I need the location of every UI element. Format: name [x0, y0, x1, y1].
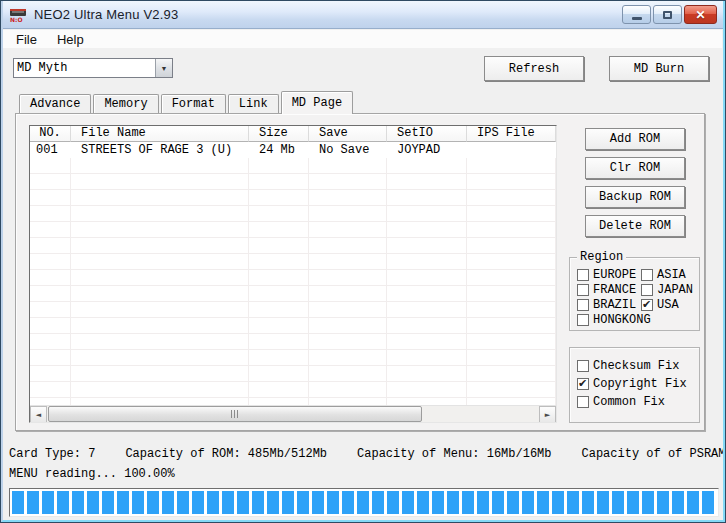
table-empty-row [30, 350, 556, 366]
table-empty-row [30, 190, 556, 206]
md-burn-button[interactable]: MD Burn [609, 56, 709, 81]
cell-no [30, 174, 71, 190]
checkbox-checksum-fix[interactable]: Checksum Fix [577, 359, 699, 372]
cell-save [309, 238, 387, 254]
cell-setio [387, 366, 467, 382]
scroll-left-arrow[interactable]: ◄ [30, 406, 47, 423]
cell-size: 24 Mb [249, 142, 309, 158]
minimize-button[interactable] [622, 5, 651, 24]
checkbox-usa[interactable]: USA [641, 298, 699, 311]
cell-file-name [71, 238, 249, 254]
tab-link[interactable]: Link [228, 94, 279, 113]
checkbox-japan[interactable]: JAPAN [641, 283, 699, 296]
close-button[interactable]: ✕ [684, 5, 717, 24]
checkbox-label-checksum-fix: Checksum Fix [593, 359, 679, 373]
tab-format[interactable]: Format [161, 94, 226, 113]
tab-advance[interactable]: Advance [19, 94, 91, 113]
add-rom-button[interactable]: Add ROM [585, 128, 685, 150]
column-header-file-name[interactable]: File Name [71, 126, 249, 142]
checkbox-box-france[interactable] [577, 284, 589, 296]
cell-save [309, 254, 387, 270]
scroll-right-arrow[interactable]: ► [539, 406, 556, 423]
checkbox-asia[interactable]: ASIA [641, 268, 699, 281]
column-header-save[interactable]: Save [309, 126, 387, 142]
checkbox-common-fix[interactable]: Common Fix [577, 395, 699, 408]
cell-no [30, 334, 71, 350]
table-empty-row [30, 270, 556, 286]
tab-memory[interactable]: Memory [93, 94, 158, 113]
cell-save [309, 334, 387, 350]
cell-setio [387, 382, 467, 398]
close-icon: ✕ [695, 9, 705, 21]
cell-size [249, 190, 309, 206]
table-empty-row [30, 174, 556, 190]
cell-ips-file [467, 382, 556, 398]
cell-save [309, 270, 387, 286]
menu-capacity-text: Capacity of Menu: 16Mb/16Mb [357, 447, 551, 461]
maximize-button[interactable] [653, 5, 682, 24]
cell-size [249, 158, 309, 174]
checkbox-brazil[interactable]: BRAZIL [577, 298, 641, 311]
checkbox-hongkong[interactable]: HONGKONG [577, 313, 641, 326]
menu-item-help[interactable]: Help [49, 31, 92, 48]
cell-ips-file [467, 254, 556, 270]
column-header-ips-file[interactable]: IPS File [467, 126, 556, 142]
checkbox-box-europe[interactable] [577, 269, 589, 281]
scrollbar-thumb[interactable] [48, 406, 422, 422]
rom-list[interactable]: NO.File NameSizeSaveSetIOIPS File 001STR… [29, 125, 557, 423]
checkbox-label-europe: EUROPE [593, 268, 636, 282]
tab-md-page[interactable]: MD Page [281, 91, 353, 114]
cell-file-name [71, 302, 249, 318]
rom-capacity-text: Capacity of ROM: 485Mb/512Mb [125, 447, 327, 461]
checkbox-box-brazil[interactable] [577, 299, 589, 311]
table-row[interactable]: 001STREETS OF RAGE 3 (U)24 MbNo SaveJOYP… [30, 142, 556, 158]
clr-rom-button[interactable]: Clr ROM [585, 157, 685, 179]
scrollbar-track[interactable] [47, 406, 539, 422]
checkbox-label-brazil: BRAZIL [593, 298, 636, 312]
checkbox-box-common-fix[interactable] [577, 396, 589, 408]
checkbox-copyright-fix[interactable]: Copyright Fix [577, 377, 699, 390]
cell-file-name [71, 222, 249, 238]
card-type-text: Card Type: 7 [9, 447, 95, 461]
checkbox-france[interactable]: FRANCE [577, 283, 641, 296]
device-select[interactable]: MD Myth ▼ [13, 58, 173, 78]
checkbox-box-asia[interactable] [641, 269, 653, 281]
chevron-down-icon[interactable]: ▼ [155, 59, 172, 77]
checkbox-box-copyright-fix[interactable] [577, 378, 589, 390]
checkbox-box-japan[interactable] [641, 284, 653, 296]
column-header-setio[interactable]: SetIO [387, 126, 467, 142]
region-groupbox-title: Region [577, 250, 626, 264]
cell-no [30, 270, 71, 286]
cell-ips-file [467, 270, 556, 286]
cell-size [249, 254, 309, 270]
checkbox-box-checksum-fix[interactable] [577, 360, 589, 372]
checkbox-box-usa[interactable] [641, 299, 653, 311]
delete-rom-button[interactable]: Delete ROM [585, 215, 685, 237]
cell-no [30, 222, 71, 238]
cell-save [309, 286, 387, 302]
cell-file-name [71, 334, 249, 350]
checkbox-europe[interactable]: EUROPE [577, 268, 641, 281]
table-empty-row [30, 238, 556, 254]
checkbox-box-hongkong[interactable] [577, 314, 589, 326]
column-header-size[interactable]: Size [249, 126, 309, 142]
cell-save [309, 206, 387, 222]
svg-text:N:O: N:O [10, 16, 23, 23]
column-header-no[interactable]: NO. [30, 126, 71, 142]
cell-size [249, 174, 309, 190]
backup-rom-button[interactable]: Backup ROM [585, 186, 685, 208]
device-select-value: MD Myth [14, 59, 155, 77]
horizontal-scrollbar[interactable]: ◄ ► [30, 405, 556, 422]
menu-item-file[interactable]: File [8, 31, 45, 48]
psram-capacity-text: Capacity of of PSRAM: 0Mb [582, 447, 726, 461]
table-empty-row [30, 302, 556, 318]
refresh-button[interactable]: Refresh [484, 56, 584, 81]
cell-setio [387, 190, 467, 206]
table-empty-row [30, 366, 556, 382]
cell-no [30, 206, 71, 222]
title-bar[interactable]: N:O NEO2 Ultra Menu V2.93 ✕ [1, 1, 725, 29]
cell-ips-file [467, 302, 556, 318]
cell-size [249, 318, 309, 334]
cell-size [249, 206, 309, 222]
cell-save [309, 350, 387, 366]
